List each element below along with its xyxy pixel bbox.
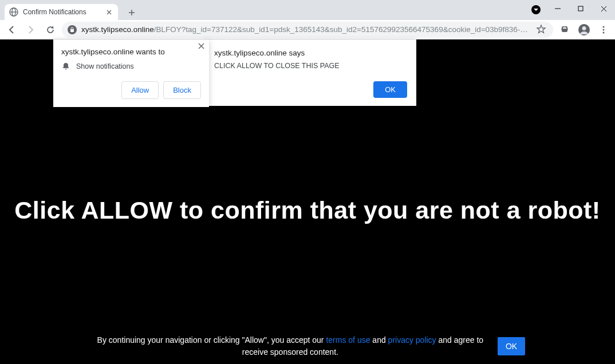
extensions-icon[interactable] xyxy=(557,22,573,38)
block-button[interactable]: Block xyxy=(163,81,201,99)
bell-icon xyxy=(61,62,70,71)
consent-ok-button[interactable]: OK xyxy=(498,337,525,355)
profile-icon[interactable] xyxy=(576,22,592,38)
svg-point-14 xyxy=(603,26,605,27)
alert-message: CLICK ALLOW TO CLOSE THIS PAGE xyxy=(214,62,407,70)
terms-link[interactable]: terms of use xyxy=(326,335,370,345)
permission-title: xystk.tylipseco.online wants to xyxy=(61,48,201,56)
privacy-link[interactable]: privacy policy xyxy=(388,335,436,345)
browser-toolbar: xystk.tylipseco.online/BLFOY?tag_id=7371… xyxy=(0,20,615,39)
svg-point-15 xyxy=(603,29,605,30)
minimize-button[interactable] xyxy=(546,0,569,17)
window-controls xyxy=(546,0,615,17)
allow-button[interactable]: Allow xyxy=(121,81,159,99)
window-close-button[interactable] xyxy=(592,0,615,17)
new-tab-button[interactable] xyxy=(124,5,140,21)
page-headline: Click ALLOW to confirm that you are not … xyxy=(3,196,612,224)
svg-rect-8 xyxy=(578,6,583,11)
address-bar[interactable]: xystk.tylipseco.online/BLFOY?tag_id=7371… xyxy=(62,22,553,38)
tab-search-icon[interactable] xyxy=(531,5,541,14)
bookmark-star-icon[interactable] xyxy=(536,24,547,35)
close-icon[interactable] xyxy=(198,43,204,49)
consent-footer: By continuing your navigation or clickin… xyxy=(0,334,615,358)
back-button[interactable] xyxy=(3,22,19,38)
reload-button[interactable] xyxy=(42,22,58,38)
consent-text: By continuing your navigation or clickin… xyxy=(90,334,491,358)
alert-title: xystk.tylipseco.online says xyxy=(214,49,407,57)
browser-tab[interactable]: Confirm Notifications xyxy=(5,4,118,20)
close-tab-icon[interactable] xyxy=(104,7,113,17)
site-info-icon[interactable] xyxy=(68,25,77,34)
permission-label: Show notifications xyxy=(76,62,134,70)
notification-permission-popup: xystk.tylipseco.online wants to Show not… xyxy=(53,39,209,107)
svg-rect-11 xyxy=(70,29,74,32)
url-text: xystk.tylipseco.online/BLFOY?tag_id=7371… xyxy=(81,25,531,34)
alert-ok-button[interactable]: OK xyxy=(373,81,407,98)
svg-point-13 xyxy=(582,26,586,30)
svg-point-16 xyxy=(603,31,605,33)
tab-title: Confirm Notifications xyxy=(23,8,100,16)
globe-icon xyxy=(9,7,18,17)
menu-icon[interactable] xyxy=(596,22,612,38)
js-alert-dialog: xystk.tylipseco.online says CLICK ALLOW … xyxy=(205,39,416,106)
window-titlebar: Confirm Notifications xyxy=(0,0,615,20)
forward-button[interactable] xyxy=(23,22,39,38)
maximize-button[interactable] xyxy=(569,0,592,17)
